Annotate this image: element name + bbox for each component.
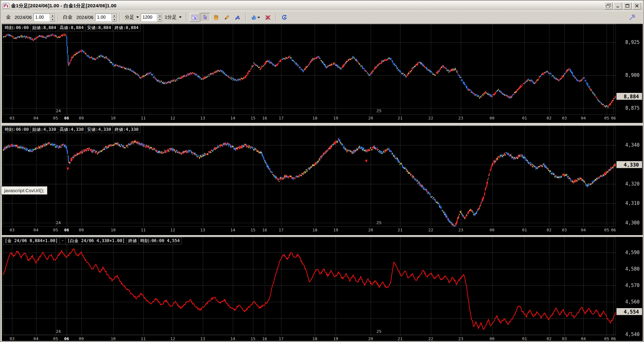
chart-grid-tool-button[interactable] <box>190 13 199 22</box>
info-segment: - <box>59 237 66 244</box>
toolbar: 金 2024/06 1.00 ▲▼ 白金 2024/06 1.00 ▲▼ 分足 … <box>2 11 642 24</box>
price-tick-label: 4,340 <box>625 142 640 148</box>
cursor-tool-icon <box>202 14 208 21</box>
minimize-button[interactable] <box>614 2 622 9</box>
time-tick-label: 20 <box>368 336 373 341</box>
window-controls <box>604 2 641 9</box>
time-tick-label: 02 <box>547 228 552 232</box>
time-tick-label: 15 <box>251 228 256 232</box>
bars-count-spinner[interactable]: 1200 ▲▼ <box>141 14 163 21</box>
info-segment: 終値 <box>127 237 139 244</box>
maximize-button[interactable] <box>623 2 632 9</box>
time-tick-label: 20 <box>368 116 373 120</box>
gold-factor-value[interactable]: 1.00 <box>34 14 50 21</box>
bar-chart-clear-icon <box>265 14 271 21</box>
period-type-label: 分足 <box>125 14 134 20</box>
time-tick-label: 21 <box>398 116 403 120</box>
toolbar-separator <box>186 13 187 22</box>
marker-crosshair-button[interactable] <box>233 13 242 22</box>
time-tick-label: 14 <box>230 116 235 120</box>
time-tick-label: 21 <box>398 336 403 341</box>
spread-time-axis: 0304050609101112131415161718192021222300… <box>3 335 616 341</box>
time-tick-label: 10 <box>111 116 116 120</box>
status-tooltip: javascript:CsvUrl(); <box>1 186 47 195</box>
panel-divider[interactable] <box>2 123 643 126</box>
time-tick-label: 14 <box>230 228 235 232</box>
info-segment: 終値:4,330 <box>113 126 140 133</box>
price-tick-label: 4,590 <box>625 250 640 255</box>
platinum-factor-value[interactable]: 1.00 <box>96 14 111 21</box>
close-button[interactable] <box>633 2 641 9</box>
price-tick-label: 8,900 <box>625 72 640 78</box>
time-tick-label: 03 <box>9 336 15 341</box>
time-tick-label: 18 <box>313 228 318 232</box>
time-tick-label: 03 <box>562 116 567 120</box>
bars-count-value[interactable]: 1200 <box>141 14 157 21</box>
gold-factor-spin-buttons[interactable]: ▲▼ <box>50 14 55 21</box>
price-tick-label: 4,580 <box>625 266 640 272</box>
time-tick-label: 00 <box>490 228 495 232</box>
price-tick-label: 4,300 <box>625 220 640 226</box>
time-tick-label: 04 <box>34 336 39 341</box>
platinum-label: 白金 <box>63 14 72 20</box>
price-tick-label: 4,320 <box>625 181 640 187</box>
time-tick-label: 19 <box>333 116 338 120</box>
wrench-icon <box>629 14 635 21</box>
info-segment: [金 24/06 8,884×1.00] <box>3 237 60 244</box>
refresh-icon: R <box>281 14 288 21</box>
charts-area: 時刻:06:00始値:8,884高値:8,884安値:8,884終値:8,884… <box>2 24 643 341</box>
bar-chart-clear-button[interactable] <box>263 13 273 22</box>
info-segment: 安値:8,884 <box>85 24 113 31</box>
cursor-tool-button[interactable] <box>201 13 210 22</box>
time-tick-label: 21 <box>398 228 403 232</box>
time-tick-label: 06 <box>64 228 69 232</box>
time-tick-label: 03 <box>562 228 567 232</box>
time-tick-label: 01 <box>522 336 527 341</box>
platinum-chart-plot[interactable] <box>3 126 616 227</box>
current-price-label: 8,884 <box>616 93 642 100</box>
time-tick-label: 06 <box>611 116 616 120</box>
time-tick-label: 03 <box>9 116 15 120</box>
time-tick-label: 09 <box>79 336 84 341</box>
time-tick-label: 04 <box>34 116 39 120</box>
time-tick-label: 09 <box>79 116 84 120</box>
app-window: 金1分足[2024/06]1.00 - 白金1分足[2024/06]1.00 <box>0 0 644 342</box>
spread-chart-plot[interactable] <box>3 237 616 335</box>
time-tick-label: 12 <box>170 228 175 232</box>
hand-pan-button[interactable] <box>211 13 221 22</box>
time-tick-label: 15 <box>251 116 256 120</box>
hand-pan-icon <box>213 14 219 21</box>
time-tick-label: 19 <box>333 228 338 232</box>
time-tick-label: 05 <box>604 116 609 120</box>
bars-count-spin-buttons[interactable]: ▲▼ <box>157 14 162 21</box>
window-title: 金1分足[2024/06]1.00 - 白金1分足[2024/06]1.00 <box>11 3 116 9</box>
time-tick-label: 01 <box>522 228 527 232</box>
time-tick-label: 23 <box>458 116 463 120</box>
marker-crosshair-icon <box>234 14 241 21</box>
interval-dropdown[interactable]: 1分足 <box>163 13 183 21</box>
chevron-down-icon <box>179 16 182 18</box>
bar-chart-menu-button[interactable] <box>249 13 262 22</box>
gold-factor-spinner[interactable]: 1.00 ▲▼ <box>34 14 55 21</box>
pencil-draw-button[interactable] <box>222 13 232 22</box>
info-segment: 時刻:06:00 4,554 <box>139 237 182 244</box>
time-tick-label: 00 <box>490 336 495 341</box>
info-segment: 高値:8,884 <box>58 24 86 31</box>
time-tick-label: 10 <box>111 336 116 341</box>
cascade-window-button[interactable] <box>604 2 613 9</box>
platinum-month-label: 2024/06 <box>76 15 93 20</box>
time-tick-label: 18 <box>313 336 318 341</box>
platinum-factor-spin-buttons[interactable]: ▲▼ <box>111 14 117 21</box>
time-tick-label: 06 <box>611 336 616 341</box>
time-tick-label: 01 <box>522 116 527 120</box>
gold-label: 金 <box>6 14 11 20</box>
period-type-dropdown[interactable]: 分足 <box>123 13 141 21</box>
time-tick-label: 17 <box>279 336 284 341</box>
gold-chart-plot[interactable] <box>3 24 616 115</box>
settings-wrench-button[interactable] <box>627 13 637 22</box>
time-tick-label: 14 <box>230 336 235 341</box>
refresh-button[interactable]: R <box>280 13 289 22</box>
platinum-factor-spinner[interactable]: 1.00 ▲▼ <box>95 14 117 21</box>
spread-info-line: [金 24/06 8,884×1.00]-[白金 24/06 4,330×1.0… <box>3 237 182 244</box>
time-tick-label: 17 <box>279 116 284 120</box>
